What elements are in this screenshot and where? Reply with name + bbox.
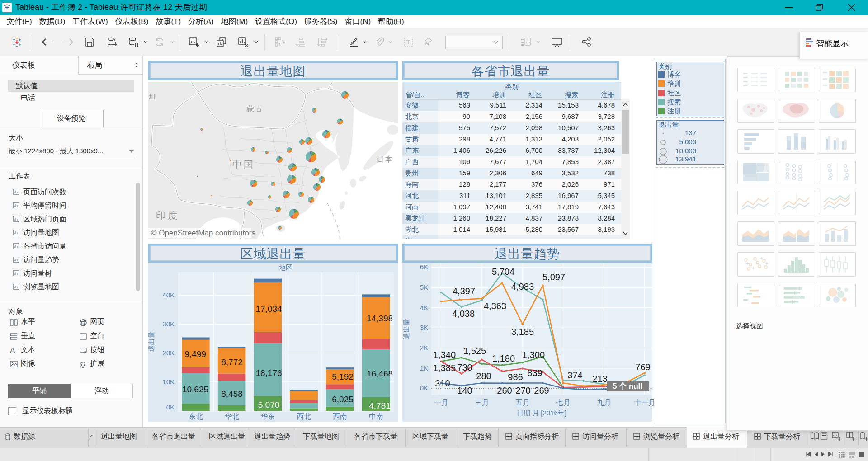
svg-text:270: 270 [515, 386, 530, 395]
svg-text:中南: 中南 [369, 413, 383, 420]
svg-text:40K: 40K [162, 291, 175, 299]
svg-text:蒙古: 蒙古 [247, 105, 264, 113]
svg-text:4,038: 4,038 [452, 309, 475, 319]
svg-text:© OpenStreetMap contributors: © OpenStreetMap contributors [151, 229, 255, 237]
svg-text:20K: 20K [162, 349, 175, 357]
svg-text:5 个 null: 5 个 null [613, 382, 642, 390]
svg-text:5,070: 5,070 [258, 400, 280, 409]
svg-text:退出量: 退出量 [402, 319, 410, 339]
svg-text:日本: 日本 [377, 155, 394, 163]
svg-text:839: 839 [527, 368, 542, 378]
svg-text:地区: 地区 [278, 263, 292, 271]
svg-text:5,097: 5,097 [542, 272, 565, 282]
svg-text:140: 140 [457, 386, 472, 395]
svg-text:8,458: 8,458 [221, 389, 243, 399]
svg-text:十一月: 十一月 [634, 399, 656, 406]
svg-text:4K: 4K [420, 304, 428, 311]
svg-text:1,340: 1,340 [433, 350, 456, 360]
svg-text:16,468: 16,468 [367, 369, 393, 378]
svg-text:14,398: 14,398 [367, 314, 393, 323]
svg-text:730: 730 [457, 362, 472, 372]
svg-text:三月: 三月 [475, 399, 489, 406]
svg-text:西北: 西北 [297, 413, 311, 420]
svg-text:0K: 0K [420, 384, 428, 392]
svg-text:374: 374 [567, 370, 582, 380]
svg-text:280: 280 [476, 371, 491, 381]
svg-text:5,192: 5,192 [332, 372, 354, 381]
svg-text:五月: 五月 [515, 399, 530, 406]
svg-text:一月: 一月 [434, 399, 448, 406]
svg-text:东北: 东北 [189, 413, 203, 420]
svg-text:1K: 1K [420, 364, 428, 372]
svg-text:西南: 西南 [333, 413, 347, 420]
svg-text:17,034: 17,034 [255, 304, 282, 314]
svg-text:1,180: 1,180 [492, 353, 515, 363]
svg-text:华北: 华北 [225, 413, 239, 420]
svg-text:退出量: 退出量 [148, 332, 155, 352]
svg-text:6,025: 6,025 [332, 395, 354, 404]
svg-text:1,385: 1,385 [433, 363, 456, 373]
svg-text:986: 986 [508, 372, 523, 382]
svg-text:0K: 0K [166, 403, 175, 411]
svg-text:4,983: 4,983 [511, 282, 534, 292]
svg-text:1,300: 1,300 [522, 350, 545, 360]
svg-text:印度: 印度 [156, 210, 179, 221]
svg-text:1,525: 1,525 [463, 346, 486, 356]
svg-text:30K: 30K [162, 320, 175, 328]
svg-text:10,625: 10,625 [182, 385, 208, 394]
svg-text:769: 769 [635, 362, 650, 372]
svg-text:2K: 2K [420, 344, 428, 352]
svg-text:4,781: 4,781 [369, 401, 391, 410]
svg-text:260: 260 [497, 386, 512, 395]
svg-text:8,772: 8,772 [221, 358, 243, 367]
svg-text:4,363: 4,363 [484, 301, 506, 311]
svg-text:5,704: 5,704 [492, 267, 514, 277]
svg-text:9,499: 9,499 [184, 349, 206, 359]
svg-text:日期 月 [2016年]: 日期 月 [2016年] [517, 409, 566, 417]
svg-text:坦: 坦 [148, 93, 156, 100]
svg-text:华东: 华东 [260, 413, 275, 420]
svg-text:中国: 中国 [232, 159, 255, 169]
svg-text:3K: 3K [420, 324, 428, 331]
svg-text:3,185: 3,185 [511, 327, 534, 337]
svg-text:七月: 七月 [556, 399, 571, 406]
svg-text:213: 213 [592, 374, 607, 384]
svg-text:5K: 5K [420, 283, 428, 291]
svg-text:4,397: 4,397 [453, 286, 475, 296]
svg-text:18,176: 18,176 [255, 368, 282, 378]
svg-text:269: 269 [534, 386, 549, 395]
svg-text:九月: 九月 [597, 399, 611, 406]
svg-text:6K: 6K [420, 263, 428, 271]
svg-text:10K: 10K [162, 378, 175, 386]
svg-text:310: 310 [435, 378, 450, 388]
